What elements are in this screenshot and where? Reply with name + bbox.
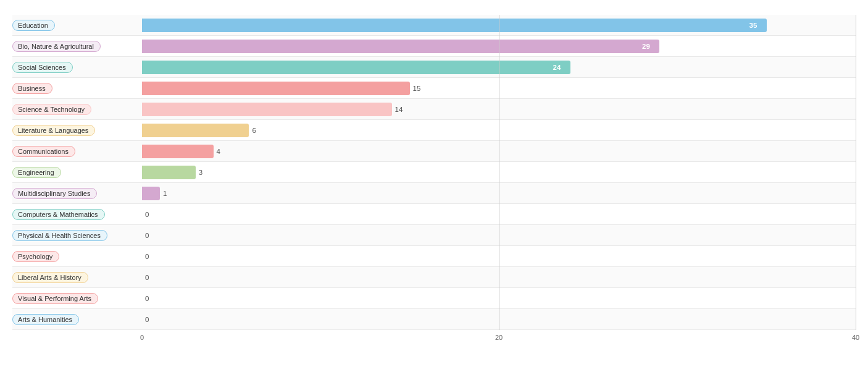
bar-fill — [142, 61, 570, 74]
bar-label: Visual & Performing Arts — [12, 293, 142, 304]
bar-row: Engineering3 — [12, 162, 856, 183]
bar-value: 24 — [553, 64, 561, 71]
x-axis: 02040 — [142, 334, 856, 346]
bar-fill — [142, 40, 659, 53]
x-axis-label: 0 — [140, 334, 144, 341]
grid-line — [856, 15, 856, 330]
bar-label: Arts & Humanities — [12, 314, 142, 325]
bar-label-pill: Engineering — [12, 167, 61, 178]
bar-value: 0 — [145, 274, 149, 281]
bar-value: 3 — [199, 169, 202, 176]
bar-fill — [142, 19, 767, 32]
bar-label-pill: Visual & Performing Arts — [12, 293, 98, 304]
bar-value: 0 — [145, 211, 149, 218]
bar-label-pill: Psychology — [12, 251, 59, 262]
bar-label: Computers & Mathematics — [12, 209, 142, 220]
bar-label: Liberal Arts & History — [12, 272, 142, 283]
bar-fill — [142, 124, 249, 137]
bar-label-pill: Literature & Languages — [12, 125, 95, 136]
bar-fill — [142, 166, 196, 179]
bar-row: Visual & Performing Arts0 — [12, 288, 856, 309]
bar-label: Social Sciences — [12, 62, 142, 73]
bar-label: Science & Technology — [12, 104, 142, 115]
grid-line — [499, 15, 499, 330]
bar-row: Arts & Humanities0 — [12, 309, 856, 330]
bar-value: 0 — [145, 253, 149, 260]
bar-label: Physical & Health Sciences — [12, 230, 142, 241]
bar-label-pill: Science & Technology — [12, 104, 91, 115]
bar-label: Engineering — [12, 167, 142, 178]
bar-value: 0 — [145, 295, 149, 302]
bar-fill — [142, 145, 214, 158]
bar-value: 0 — [145, 232, 149, 239]
bar-value: 14 — [395, 106, 403, 113]
bar-label-pill: Multidisciplinary Studies — [12, 188, 97, 199]
bar-label-pill: Bio, Nature & Agricultural — [12, 41, 101, 52]
bar-row: Science & Technology14 — [12, 99, 856, 120]
bar-label: Business — [12, 83, 142, 94]
bar-value: 4 — [217, 148, 220, 155]
x-axis-label: 20 — [495, 334, 503, 341]
bar-label: Psychology — [12, 251, 142, 262]
bar-fill — [142, 82, 410, 95]
bar-label: Multidisciplinary Studies — [12, 188, 142, 199]
bar-label: Communications — [12, 146, 142, 157]
bar-value: 0 — [145, 316, 149, 323]
x-axis-label: 40 — [852, 334, 859, 341]
bar-row: Liberal Arts & History0 — [12, 267, 856, 288]
bar-row: Multidisciplinary Studies1 — [12, 183, 856, 204]
bar-value: 15 — [413, 85, 421, 92]
bar-fill — [142, 103, 392, 116]
chart-container: Education35Bio, Nature & Agricultural29S… — [0, 0, 868, 390]
bar-row: Education35 — [12, 15, 856, 36]
bar-value: 29 — [642, 43, 650, 50]
bar-label-pill: Communications — [12, 146, 75, 157]
bar-label: Bio, Nature & Agricultural — [12, 41, 142, 52]
bar-value: 1 — [163, 190, 167, 197]
chart-body: Education35Bio, Nature & Agricultural29S… — [12, 15, 856, 330]
bar-label-pill: Liberal Arts & History — [12, 272, 88, 283]
bar-row: Computers & Mathematics0 — [12, 204, 856, 225]
bar-label-pill: Arts & Humanities — [12, 314, 79, 325]
bar-row: Physical & Health Sciences0 — [12, 225, 856, 246]
bar-fill — [142, 187, 160, 200]
bar-row: Social Sciences24 — [12, 57, 856, 78]
bar-row: Communications4 — [12, 141, 856, 162]
bar-row: Literature & Languages6 — [12, 120, 856, 141]
bar-label: Education — [12, 20, 142, 31]
bar-row: Business15 — [12, 78, 856, 99]
bar-label-pill: Physical & Health Sciences — [12, 230, 107, 241]
bar-label-pill: Computers & Mathematics — [12, 209, 105, 220]
bar-row: Psychology0 — [12, 246, 856, 267]
bar-row: Bio, Nature & Agricultural29 — [12, 36, 856, 57]
bar-value: 6 — [252, 127, 256, 134]
bar-label-pill: Education — [12, 20, 55, 31]
bar-label-pill: Social Sciences — [12, 62, 73, 73]
bar-label-pill: Business — [12, 83, 52, 94]
bar-value: 35 — [749, 22, 757, 29]
bar-label: Literature & Languages — [12, 125, 142, 136]
